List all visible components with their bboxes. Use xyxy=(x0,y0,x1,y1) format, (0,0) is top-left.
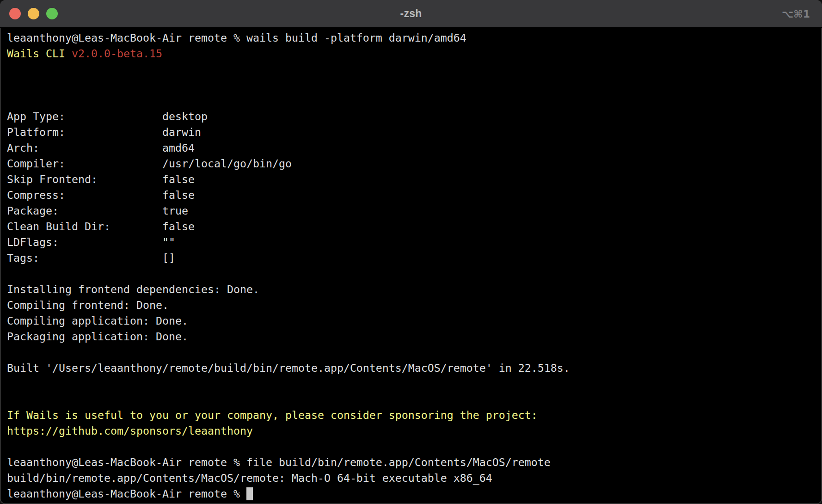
terminal-line: Tags: [] xyxy=(7,250,815,266)
minimize-button[interactable] xyxy=(28,8,39,19)
terminal-line: Clean Build Dir: false xyxy=(7,219,815,234)
terminal-text-segment: leaanthony@Leas-MacBook-Air remote % fil… xyxy=(7,456,551,468)
terminal-text-segment: Skip Frontend: false xyxy=(7,173,195,185)
terminal-text-segment: leaanthony@Leas-MacBook-Air remote % wai… xyxy=(7,31,466,44)
terminal-line: Compress: false xyxy=(7,187,815,203)
terminal-line: Built '/Users/leaanthony/remote/build/bi… xyxy=(7,360,815,376)
terminal-line: Package: true xyxy=(7,203,815,219)
terminal-line: https://github.com/sponsors/leaanthony xyxy=(7,423,815,439)
terminal-text-segment: leaanthony@Leas-MacBook-Air remote % xyxy=(7,487,246,500)
terminal-line: leaanthony@Leas-MacBook-Air remote % xyxy=(7,486,815,502)
terminal-line: Compiling frontend: Done. xyxy=(7,297,815,313)
terminal-text-segment: v2.0.0-beta.15 xyxy=(72,47,162,60)
terminal-text-segment: Wails CLI xyxy=(7,47,72,60)
text-cursor xyxy=(246,487,253,500)
terminal-text-segment: If Wails is useful to you or your compan… xyxy=(7,409,538,421)
terminal-line xyxy=(7,61,815,77)
terminal-text-segment: Clean Build Dir: false xyxy=(7,220,195,233)
terminal-line: Packaging application: Done. xyxy=(7,329,815,344)
terminal-line xyxy=(7,344,815,360)
terminal-text-segment: Tags: [] xyxy=(7,252,175,264)
terminal-window: -zsh ⌥⌘1 leaanthony@Leas-MacBook-Air rem… xyxy=(0,0,822,504)
terminal-text-segment: https://github.com/sponsors/leaanthony xyxy=(7,424,253,437)
terminal-line: App Type: desktop xyxy=(7,109,815,124)
zoom-button[interactable] xyxy=(46,8,58,19)
terminal-text-segment: Packaging application: Done. xyxy=(7,330,188,343)
titlebar[interactable]: -zsh ⌥⌘1 xyxy=(0,0,822,28)
terminal-text-segment: Installing frontend dependencies: Done. xyxy=(7,283,259,295)
terminal-line: Arch: amd64 xyxy=(7,140,815,156)
terminal-line: Wails CLI v2.0.0-beta.15 xyxy=(7,46,815,61)
terminal-line: Installing frontend dependencies: Done. xyxy=(7,282,815,297)
terminal-text-segment: Compress: false xyxy=(7,189,195,201)
terminal-text-segment: Built '/Users/leaanthony/remote/build/bi… xyxy=(7,362,570,374)
terminal-line: Platform: darwin xyxy=(7,124,815,140)
terminal-line xyxy=(7,392,815,407)
terminal-line xyxy=(7,376,815,392)
terminal-output[interactable]: leaanthony@Leas-MacBook-Air remote % wai… xyxy=(0,28,822,502)
terminal-line xyxy=(7,266,815,282)
terminal-text-segment: Platform: darwin xyxy=(7,126,201,138)
terminal-line: leaanthony@Leas-MacBook-Air remote % wai… xyxy=(7,30,815,46)
terminal-line: Skip Frontend: false xyxy=(7,172,815,187)
terminal-text-segment: Compiling frontend: Done. xyxy=(7,299,169,311)
terminal-line xyxy=(7,77,815,93)
close-button[interactable] xyxy=(9,8,21,19)
terminal-text-segment: build/bin/remote.app/Contents/MacOS/remo… xyxy=(7,472,492,484)
terminal-line: build/bin/remote.app/Contents/MacOS/remo… xyxy=(7,470,815,486)
terminal-line: LDFlags: "" xyxy=(7,234,815,250)
terminal-text-segment: App Type: desktop xyxy=(7,110,208,123)
window-shortcut-badge: ⌥⌘1 xyxy=(782,8,810,19)
terminal-text-segment: Compiler: /usr/local/go/bin/go xyxy=(7,157,292,170)
window-title: -zsh xyxy=(400,7,422,20)
terminal-line: If Wails is useful to you or your compan… xyxy=(7,407,815,423)
terminal-text-segment: LDFlags: "" xyxy=(7,236,175,248)
terminal-text-segment: Compiling application: Done. xyxy=(7,314,188,327)
terminal-text-segment: Arch: amd64 xyxy=(7,141,195,154)
traffic-lights xyxy=(9,0,58,27)
terminal-line: Compiler: /usr/local/go/bin/go xyxy=(7,156,815,172)
terminal-line: leaanthony@Leas-MacBook-Air remote % fil… xyxy=(7,455,815,470)
terminal-text-segment: Package: true xyxy=(7,204,188,217)
terminal-line: Compiling application: Done. xyxy=(7,313,815,329)
terminal-line xyxy=(7,93,815,109)
terminal-line xyxy=(7,439,815,455)
